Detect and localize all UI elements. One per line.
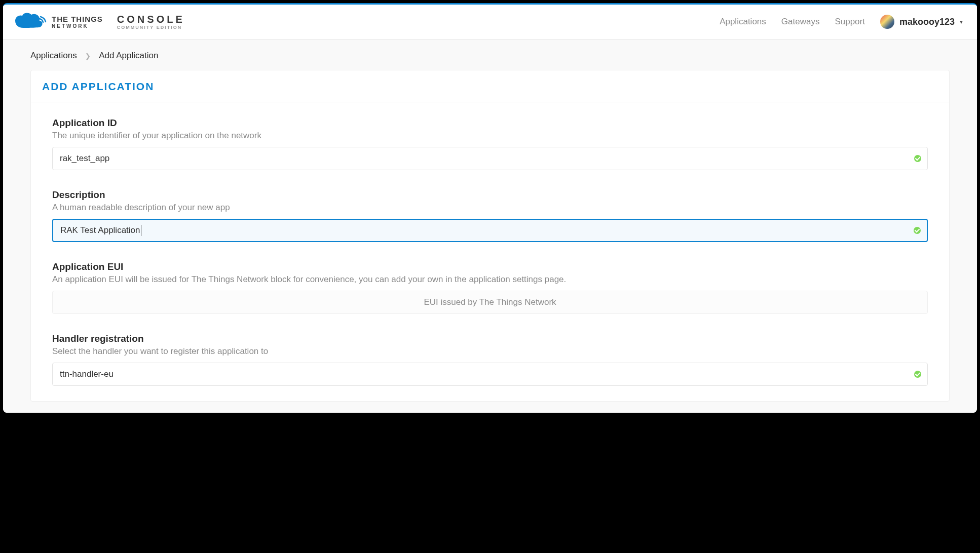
valid-check-icon — [914, 227, 921, 234]
breadcrumb-separator-icon: ❯ — [85, 52, 91, 60]
application-eui-placeholder: EUI issued by The Things Network — [424, 297, 556, 307]
handler-help: Select the handler you want to register … — [52, 346, 928, 357]
application-id-label: Application ID — [52, 117, 928, 129]
brand-line2: NETWORK — [52, 24, 103, 29]
description-input[interactable]: RAK Test Application — [60, 225, 140, 235]
handler-value: ttn-handler-eu — [60, 369, 114, 379]
text-caret — [141, 225, 141, 236]
field-handler: Handler registration Select the handler … — [52, 333, 928, 386]
field-application-id: Application ID The unique identifier of … — [52, 117, 928, 170]
application-id-input-wrap[interactable] — [52, 147, 928, 170]
nav-support[interactable]: Support — [835, 17, 865, 27]
breadcrumb-root[interactable]: Applications — [30, 51, 77, 60]
application-id-input[interactable] — [60, 153, 907, 164]
brand-text: THE THINGS NETWORK — [52, 15, 103, 29]
handler-select[interactable]: ttn-handler-eu — [52, 363, 928, 386]
valid-check-icon — [914, 155, 921, 162]
brand-console-title: CONSOLE — [117, 14, 185, 24]
brand-block[interactable]: THE THINGS NETWORK CONSOLE COMMUNITY EDI… — [13, 12, 185, 32]
nav-gateways[interactable]: Gateways — [781, 17, 820, 27]
chevron-down-icon: ▾ — [960, 18, 963, 25]
brand-console-edition: COMMUNITY EDITION — [117, 25, 185, 30]
nav-applications[interactable]: Applications — [720, 17, 766, 27]
cloud-logo-icon — [13, 12, 47, 32]
top-nav: Applications Gateways Support makoooy123… — [720, 15, 963, 29]
user-menu[interactable]: makoooy123 ▾ — [880, 15, 963, 29]
description-input-wrap[interactable]: RAK Test Application — [52, 219, 928, 242]
brand-line1: THE THINGS — [52, 15, 103, 23]
handler-label: Handler registration — [52, 333, 928, 344]
application-eui-readonly: EUI issued by The Things Network — [52, 291, 928, 314]
username: makoooy123 — [899, 17, 955, 27]
brand-console: CONSOLE COMMUNITY EDITION — [117, 14, 185, 30]
breadcrumb: Applications ❯ Add Application — [3, 40, 977, 70]
description-help: A human readable description of your new… — [52, 203, 928, 213]
topbar: THE THINGS NETWORK CONSOLE COMMUNITY EDI… — [3, 5, 977, 40]
application-eui-help: An application EUI will be issued for Th… — [52, 274, 928, 285]
valid-check-icon — [914, 371, 921, 378]
page-title: ADD APPLICATION — [31, 70, 949, 102]
field-description: Description A human readable description… — [52, 189, 928, 242]
form-panel: ADD APPLICATION Application ID The uniqu… — [30, 70, 950, 402]
description-label: Description — [52, 189, 928, 201]
field-application-eui: Application EUI An application EUI will … — [52, 261, 928, 314]
main-scroll[interactable]: THE THINGS NETWORK CONSOLE COMMUNITY EDI… — [3, 5, 977, 413]
avatar — [880, 15, 894, 29]
application-eui-label: Application EUI — [52, 261, 928, 272]
application-id-help: The unique identifier of your applicatio… — [52, 131, 928, 141]
breadcrumb-current: Add Application — [99, 51, 158, 60]
